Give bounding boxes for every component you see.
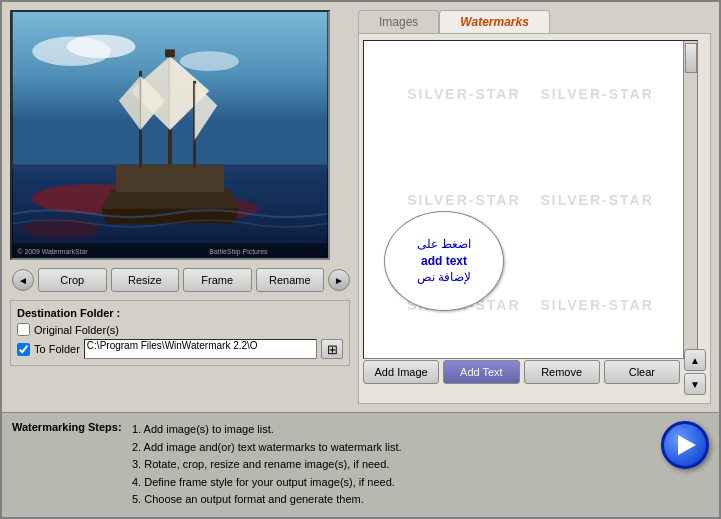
- original-folder-checkbox[interactable]: [17, 323, 30, 336]
- original-folder-row: Original Folder(s): [17, 323, 343, 336]
- folder-path-text: C:\Program Files\WinWatermark 2.2\O: [87, 340, 258, 351]
- add-text-tooltip: اضغط على add text لإضافة نص: [384, 211, 504, 311]
- tooltip-line3: لإضافة نص: [417, 270, 471, 284]
- ship-image: © 2009 WatermarkStar BattleShip Pictures: [12, 12, 328, 258]
- watermark-background: SILVER-STARSILVER-STAR SILVER-STARSILVER…: [364, 41, 697, 358]
- wm-row-1: SILVER-STARSILVER-STAR: [407, 86, 654, 102]
- rename-button[interactable]: Rename: [256, 268, 325, 292]
- svg-rect-12: [165, 49, 175, 57]
- prev-button[interactable]: ◄: [12, 269, 34, 291]
- svg-text:BattleShip Pictures: BattleShip Pictures: [209, 248, 268, 256]
- watermark-buttons: Add Image Add Text Remove Clear ▲ ▼: [363, 349, 706, 395]
- app-window: © 2009 WatermarkStar BattleShip Pictures…: [0, 0, 721, 519]
- play-icon: [678, 435, 696, 455]
- top-area: © 2009 WatermarkStar BattleShip Pictures…: [2, 2, 719, 412]
- next-button[interactable]: ►: [328, 269, 350, 291]
- down-arrow-icon: ▼: [690, 379, 700, 390]
- browse-button[interactable]: ⊞: [321, 339, 343, 359]
- steps-label: Watermarking Steps:: [12, 421, 122, 433]
- step-2: 2. Add image and(or) text watermarks to …: [132, 439, 651, 457]
- clear-button[interactable]: Clear: [604, 360, 680, 384]
- left-panel: © 2009 WatermarkStar BattleShip Pictures…: [10, 10, 350, 404]
- to-folder-label: To Folder: [34, 343, 80, 355]
- to-folder-row: To Folder C:\Program Files\WinWatermark …: [17, 339, 343, 359]
- tabs: Images Watermarks: [358, 10, 711, 33]
- add-image-button[interactable]: Add Image: [363, 360, 439, 384]
- scroll-up-button[interactable]: ▲: [684, 349, 706, 371]
- to-folder-checkbox[interactable]: [17, 343, 30, 356]
- scrollbar-thumb[interactable]: [685, 43, 697, 73]
- folder-path-input[interactable]: C:\Program Files\WinWatermark 2.2\O: [84, 339, 317, 359]
- left-arrow-icon: ◄: [18, 275, 28, 286]
- browse-icon: ⊞: [327, 342, 338, 357]
- frame-button[interactable]: Frame: [183, 268, 252, 292]
- tooltip-line1: اضغط على: [417, 237, 471, 251]
- step-1: 1. Add image(s) to image list.: [132, 421, 651, 439]
- crop-button[interactable]: Crop: [38, 268, 107, 292]
- svg-text:© 2009 WatermarkStar: © 2009 WatermarkStar: [17, 248, 88, 255]
- svg-rect-8: [116, 165, 224, 193]
- preview-controls: ◄ Crop Resize Frame Rename ►: [10, 268, 350, 292]
- scrollbar[interactable]: [683, 41, 697, 358]
- play-button[interactable]: [661, 421, 709, 469]
- steps-list: 1. Add image(s) to image list. 2. Add im…: [132, 421, 651, 509]
- svg-point-7: [22, 219, 101, 239]
- tab-images-label: Images: [379, 15, 418, 29]
- action-buttons: Crop Resize Frame Rename: [38, 268, 324, 292]
- right-arrow-icon: ►: [334, 275, 344, 286]
- wm-row-2: SILVER-STARSILVER-STAR: [407, 192, 654, 208]
- up-arrow-icon: ▲: [690, 355, 700, 366]
- add-text-button[interactable]: Add Text: [443, 360, 519, 384]
- watermark-list: SILVER-STARSILVER-STAR SILVER-STARSILVER…: [363, 40, 698, 359]
- scroll-down-button[interactable]: ▼: [684, 373, 706, 395]
- resize-button[interactable]: Resize: [111, 268, 180, 292]
- remove-button[interactable]: Remove: [524, 360, 600, 384]
- tab-watermarks-label: Watermarks: [460, 15, 528, 29]
- tab-images[interactable]: Images: [358, 10, 439, 33]
- destination-label: Destination Folder :: [17, 307, 343, 319]
- tab-content: SILVER-STARSILVER-STAR SILVER-STARSILVER…: [358, 33, 711, 404]
- step-4: 4. Define frame style for your output im…: [132, 474, 651, 492]
- svg-point-3: [180, 51, 239, 71]
- image-preview-container: © 2009 WatermarkStar BattleShip Pictures: [10, 10, 330, 260]
- bottom-section: Watermarking Steps: 1. Add image(s) to i…: [2, 412, 719, 517]
- destination-section: Destination Folder : Original Folder(s) …: [10, 300, 350, 366]
- step-5: 5. Choose an output format and generate …: [132, 491, 651, 509]
- svg-point-2: [67, 35, 136, 59]
- tab-watermarks[interactable]: Watermarks: [439, 10, 549, 33]
- step-3: 3. Rotate, crop, resize and rename image…: [132, 456, 651, 474]
- tooltip-line2: add text: [421, 254, 467, 268]
- original-folder-label: Original Folder(s): [34, 324, 119, 336]
- right-panel: Images Watermarks SILVER-STARSILVER-STAR: [358, 10, 711, 404]
